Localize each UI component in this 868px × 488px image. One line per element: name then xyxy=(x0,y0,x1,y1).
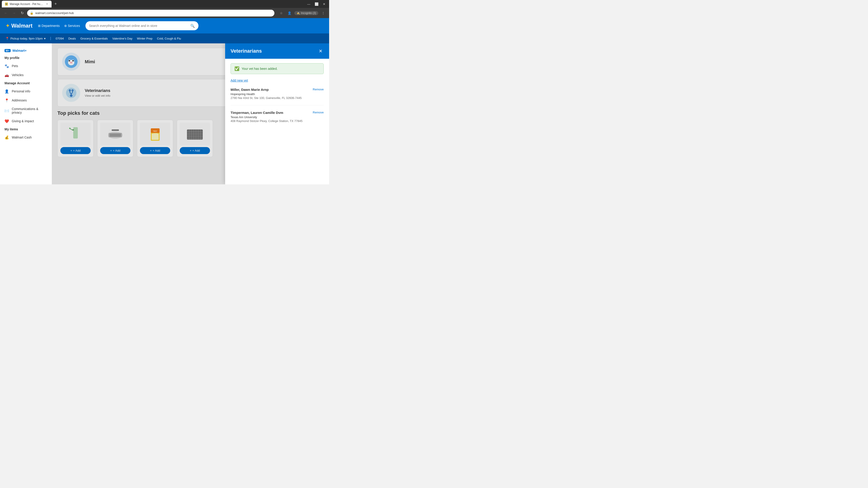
add-label-2: + Add xyxy=(113,149,121,152)
pickup-label: Pickup today, 9pm-10pm xyxy=(10,37,43,40)
personal-icon: 👤 xyxy=(4,89,9,94)
search-icon: 🔍 xyxy=(190,24,195,28)
add-label-4: + Add xyxy=(192,149,200,152)
vehicles-label: Vehicles xyxy=(12,73,24,77)
sidebar-item-giving[interactable]: ❤️ Giving & impact xyxy=(0,117,52,126)
success-check-icon: ✅ xyxy=(235,66,239,71)
pickup-item[interactable]: 📍 Pickup today, 9pm-10pm ▾ xyxy=(5,37,46,40)
vet-entry-info-2: Timperman, Lauren Camille Dvm Texas Am U… xyxy=(230,111,303,123)
departments-nav[interactable]: ⊞ Departments xyxy=(38,24,60,28)
my-items-section: My items xyxy=(0,126,52,133)
svg-text:TIDY: TIDY xyxy=(153,130,157,132)
sidebar: W+ Walmart+ My profile 🐾 Pets 🚗 Vehicles… xyxy=(0,43,52,184)
main-layout: W+ Walmart+ My profile 🐾 Pets 🚗 Vehicles… xyxy=(0,43,329,184)
menu-button[interactable]: ⋮ xyxy=(320,10,327,16)
tab-close-button[interactable]: ✕ xyxy=(45,2,49,6)
vet-name-1: Miller, Dawn Marie Arnp xyxy=(230,88,302,92)
addresses-label: Addresses xyxy=(12,98,27,102)
walmart-cash-label: Walmart Cash xyxy=(12,135,32,139)
vet-panel-body: ✅ Your vet has been added. Add new vet M… xyxy=(225,59,329,184)
content-area: Mimi xyxy=(52,43,329,184)
sidebar-item-pets[interactable]: 🐾 Pets xyxy=(0,61,52,70)
vet-entry-1: Miller, Dawn Marie Arnp Hopespring Healt… xyxy=(230,88,324,105)
sidebar-item-communications[interactable]: ✉️ Communications & privacy xyxy=(0,105,52,117)
product-image-2 xyxy=(100,123,130,145)
browser-tab-bar: W Manage Account - Pet hub - W ✕ + — ⬜ ✕ xyxy=(0,0,329,8)
reload-button[interactable]: ↻ xyxy=(19,10,25,16)
winter-prep-item[interactable]: Winter Prep xyxy=(137,37,153,40)
bookmark-button[interactable]: ☆ xyxy=(278,10,284,16)
add-button-3[interactable]: + + Add xyxy=(140,147,170,154)
logo-text: Walmart xyxy=(11,23,33,29)
vet-addr-1: 2790 Nw 43rd St, Ste 100, Gainesville, F… xyxy=(230,96,302,100)
divider: | xyxy=(50,36,51,40)
sidebar-item-addresses[interactable]: 📍 Addresses xyxy=(0,96,52,105)
add-label-1: + Add xyxy=(73,149,81,152)
spark-icon: ✦ xyxy=(5,23,10,29)
add-button-4[interactable]: + + Add xyxy=(180,147,210,154)
sidebar-item-vehicles[interactable]: 🚗 Vehicles xyxy=(0,70,52,79)
product-image-1 xyxy=(60,123,91,145)
url-display: walmart.com/account/pet-hub xyxy=(35,11,272,15)
vet-org-1: Hopespring Health xyxy=(230,92,302,96)
add-button-2[interactable]: + + Add xyxy=(100,147,130,154)
vehicles-icon: 🚗 xyxy=(4,73,9,77)
product-card-1: + + Add xyxy=(57,120,94,157)
add-new-vet-link[interactable]: Add new vet xyxy=(230,78,324,82)
search-bar[interactable]: 🔍 xyxy=(86,21,198,30)
incognito-label: Incognito (3) xyxy=(301,11,316,15)
remove-vet-1-button[interactable]: Remove xyxy=(313,88,324,91)
vet-panel-close-button[interactable]: ✕ xyxy=(317,48,324,54)
stethoscope-icon xyxy=(66,87,77,98)
services-nav[interactable]: ⊛ Services xyxy=(64,24,80,28)
remove-vet-2-button[interactable]: Remove xyxy=(313,111,324,114)
cold-cough-item[interactable]: Cold, Cough & Flu xyxy=(157,37,181,40)
vet-entry-2: Timperman, Lauren Camille Dvm Texas Am U… xyxy=(230,111,324,128)
add-button-1[interactable]: + + Add xyxy=(60,147,91,154)
product-card-4: + + Add xyxy=(177,120,213,157)
profile-button[interactable]: 👤 xyxy=(286,10,292,16)
product-image-4 xyxy=(180,123,210,145)
svg-point-14 xyxy=(71,95,72,96)
page-wrapper: ✦ Walmart ⊞ Departments ⊛ Services 🔍 📍 P… xyxy=(0,18,329,184)
back-button[interactable]: ← xyxy=(3,10,9,16)
search-input[interactable] xyxy=(89,24,188,28)
forward-button[interactable]: → xyxy=(11,10,17,16)
vet-section-title: Veterinarians xyxy=(85,88,110,93)
active-tab[interactable]: W Manage Account - Pet hub - W ✕ xyxy=(2,1,52,7)
close-window-button[interactable]: ✕ xyxy=(321,1,327,7)
close-icon: ✕ xyxy=(319,48,322,54)
vet-panel-header: Veterinarians ✕ xyxy=(225,43,329,59)
valentines-label: Valentine's Day xyxy=(112,37,132,40)
deals-item[interactable]: Deals xyxy=(68,37,76,40)
grocery-label: Grocery & Essentials xyxy=(80,37,107,40)
vet-org-2: Texas Am University xyxy=(230,116,303,119)
minimize-button[interactable]: — xyxy=(306,1,312,7)
chevron-down-icon: ▾ xyxy=(44,37,46,40)
vet-entry-info-1: Miller, Dawn Marie Arnp Hopespring Healt… xyxy=(230,88,302,100)
vet-avatar xyxy=(62,84,80,102)
pets-label: Pets xyxy=(12,64,18,68)
walmart-plus-item[interactable]: W+ Walmart+ xyxy=(0,47,52,54)
zip-item[interactable]: 07094 xyxy=(56,37,64,40)
wplus-badge: W+ xyxy=(4,49,11,52)
incognito-button[interactable]: 🕵 Incognito (3) xyxy=(294,11,318,15)
new-tab-button[interactable]: + xyxy=(53,1,59,7)
walmart-logo[interactable]: ✦ Walmart xyxy=(5,23,33,29)
communications-label: Communications & privacy xyxy=(12,107,47,114)
restore-button[interactable]: ⬜ xyxy=(313,1,320,7)
grocery-item[interactable]: Grocery & Essentials xyxy=(80,37,107,40)
svg-rect-17 xyxy=(72,129,74,130)
address-bar[interactable]: 🔒 walmart.com/account/pet-hub xyxy=(27,10,274,17)
header-nav: ⊞ Departments ⊛ Services xyxy=(38,24,80,28)
svg-rect-22 xyxy=(110,133,121,137)
vet-panel: Veterinarians ✕ ✅ Your vet has been adde… xyxy=(225,43,329,184)
sidebar-item-personal-info[interactable]: 👤 Personal info xyxy=(0,87,52,96)
departments-label: Departments xyxy=(41,24,60,28)
svg-rect-28 xyxy=(152,133,159,140)
walmart-header: ✦ Walmart ⊞ Departments ⊛ Services 🔍 xyxy=(0,18,329,33)
sidebar-item-walmart-cash[interactable]: 💰 Walmart Cash xyxy=(0,133,52,142)
giving-icon: ❤️ xyxy=(4,119,9,123)
valentines-item[interactable]: Valentine's Day xyxy=(112,37,132,40)
vet-addr-2: 408 Raymond Stotzer Pkwy, College Statio… xyxy=(230,119,303,123)
